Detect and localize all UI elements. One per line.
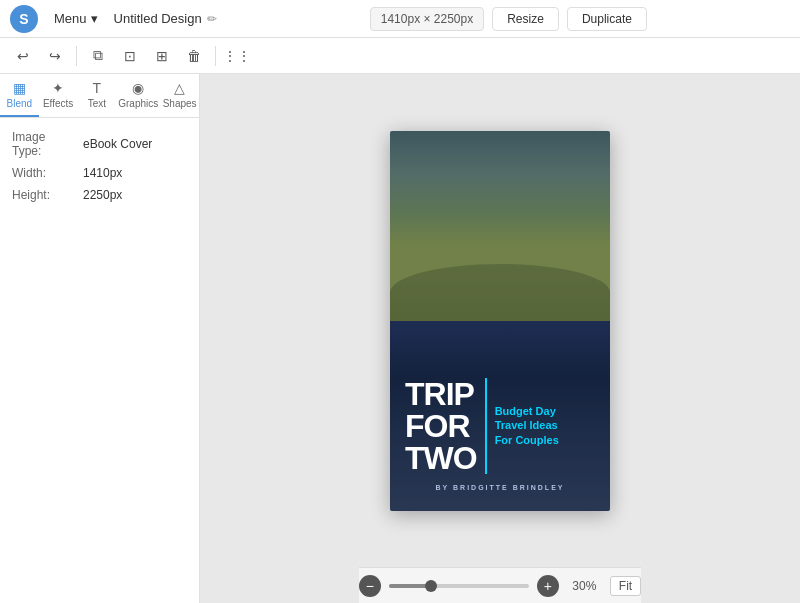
layer-down-button[interactable]: ⊡ xyxy=(115,42,145,70)
redo-button[interactable]: ↪ xyxy=(40,42,70,70)
prop-width-label: Width: xyxy=(12,166,77,180)
canvas-area: TRIPFORTWO Budget Day Travel Ideas For C… xyxy=(200,74,800,603)
tab-text[interactable]: T Text xyxy=(78,74,117,117)
shapes-icon: △ xyxy=(174,80,185,96)
top-bar: S Menu ▾ Untitled Design ✏ 1410px × 2250… xyxy=(0,0,800,38)
tab-graphics[interactable]: ◉ Graphics xyxy=(116,74,160,117)
tab-graphics-label: Graphics xyxy=(118,98,158,109)
toolbar-divider-1 xyxy=(76,46,77,66)
prop-image-type: Image Type: eBook Cover xyxy=(12,130,187,158)
cover-author: BY BRIDGITTE BRINDLEY xyxy=(390,484,610,491)
edit-title-icon: ✏ xyxy=(207,12,217,26)
blend-icon: ▦ xyxy=(13,80,26,96)
toolbar-divider-2 xyxy=(215,46,216,66)
tab-effects-label: Effects xyxy=(43,98,73,109)
ebook-cover[interactable]: TRIPFORTWO Budget Day Travel Ideas For C… xyxy=(390,131,610,511)
cover-subtitle: Budget Day Travel Ideas For Couples xyxy=(495,378,575,474)
zoom-percent: 30% xyxy=(567,579,602,593)
main-layout: ▦ Blend ✦ Effects T Text ◉ Graphics △ Sh… xyxy=(0,74,800,603)
tab-effects[interactable]: ✦ Effects xyxy=(39,74,78,117)
toolbar: ↩ ↪ ⧉ ⊡ ⊞ 🗑 ⋮⋮ xyxy=(0,38,800,74)
tab-shapes-label: Shapes xyxy=(163,98,197,109)
prop-width-value: 1410px xyxy=(83,166,122,180)
undo-button[interactable]: ↩ xyxy=(8,42,38,70)
zoom-slider[interactable] xyxy=(389,584,529,588)
left-tabs: ▦ Blend ✦ Effects T Text ◉ Graphics △ Sh… xyxy=(0,74,199,118)
grid-button[interactable]: ⋮⋮ xyxy=(222,42,252,70)
delete-button[interactable]: 🗑 xyxy=(179,42,209,70)
prop-image-type-value: eBook Cover xyxy=(83,137,152,151)
prop-height-value: 2250px xyxy=(83,188,122,202)
zoom-bar: − + 30% Fit xyxy=(359,567,641,603)
cover-content: TRIPFORTWO Budget Day Travel Ideas For C… xyxy=(390,131,610,511)
text-icon: T xyxy=(93,80,102,96)
resize-button[interactable]: Resize xyxy=(492,7,559,31)
graphics-icon: ◉ xyxy=(132,80,144,96)
layer-up-button[interactable]: ⊞ xyxy=(147,42,177,70)
zoom-slider-thumb[interactable] xyxy=(425,580,437,592)
menu-label: Menu xyxy=(54,11,87,26)
design-title[interactable]: Untitled Design ✏ xyxy=(114,11,217,26)
fit-button[interactable]: Fit xyxy=(610,576,641,596)
prop-width: Width: 1410px xyxy=(12,166,187,180)
tab-blend-label: Blend xyxy=(7,98,33,109)
menu-chevron-icon: ▾ xyxy=(91,11,98,26)
avatar: S xyxy=(10,5,38,33)
prop-height-label: Height: xyxy=(12,188,77,202)
prop-image-type-label: Image Type: xyxy=(12,130,77,158)
design-title-text: Untitled Design xyxy=(114,11,202,26)
tab-shapes[interactable]: △ Shapes xyxy=(160,74,199,117)
tab-blend[interactable]: ▦ Blend xyxy=(0,74,39,117)
cover-title-area: TRIPFORTWO Budget Day Travel Ideas For C… xyxy=(390,378,610,474)
cover-title-main: TRIPFORTWO xyxy=(405,378,477,474)
left-panel: ▦ Blend ✦ Effects T Text ◉ Graphics △ Sh… xyxy=(0,74,200,603)
left-properties: Image Type: eBook Cover Width: 1410px He… xyxy=(0,118,199,222)
prop-height: Height: 2250px xyxy=(12,188,187,202)
canvas-wrapper: TRIPFORTWO Budget Day Travel Ideas For C… xyxy=(200,74,800,567)
top-bar-center: 1410px × 2250px Resize Duplicate xyxy=(370,7,647,31)
cover-divider-line xyxy=(485,378,487,474)
effects-icon: ✦ xyxy=(52,80,64,96)
zoom-out-button[interactable]: − xyxy=(359,575,381,597)
tab-text-label: Text xyxy=(88,98,106,109)
dimensions-display: 1410px × 2250px xyxy=(370,7,484,31)
menu-button[interactable]: Menu ▾ xyxy=(48,7,104,30)
duplicate-button[interactable]: Duplicate xyxy=(567,7,647,31)
zoom-in-button[interactable]: + xyxy=(537,575,559,597)
copy-button[interactable]: ⧉ xyxy=(83,42,113,70)
